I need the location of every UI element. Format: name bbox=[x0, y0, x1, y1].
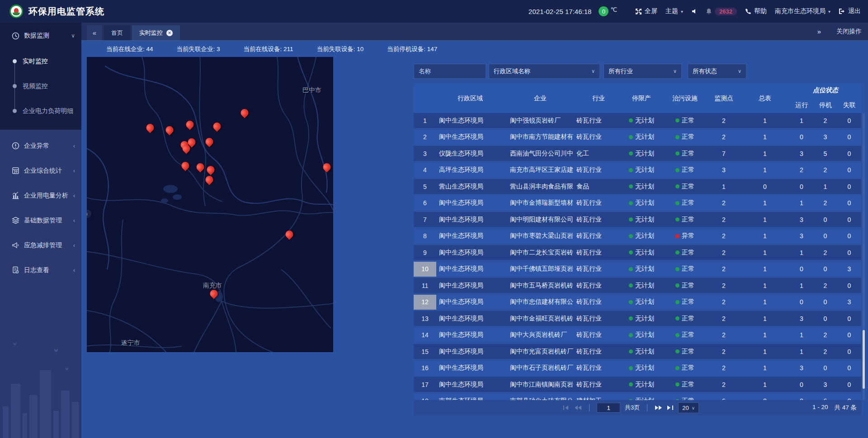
table-row[interactable]: 8 阆中生态环境局 阆中市枣碧大梁山页岩 砖瓦行业 无计划 异常 2 1 3 0… bbox=[414, 229, 861, 244]
map-pin[interactable] bbox=[241, 109, 249, 117]
industry-filter-select[interactable]: 所有行业 ∨ bbox=[604, 64, 682, 79]
map-pin[interactable] bbox=[323, 163, 331, 171]
tabs-scroll-left-button[interactable]: « bbox=[87, 25, 102, 40]
map-pin[interactable] bbox=[210, 290, 218, 297]
row-index: 7 bbox=[414, 212, 436, 227]
name-filter-input[interactable] bbox=[419, 68, 481, 75]
mute-button[interactable] bbox=[691, 8, 698, 14]
stop-limit-text: 无计划 bbox=[635, 381, 654, 389]
map-pin[interactable] bbox=[286, 231, 293, 238]
cell-facility: 正常 bbox=[662, 196, 708, 211]
cell-down: 2 bbox=[813, 196, 837, 211]
map-pin[interactable] bbox=[206, 138, 213, 146]
table-row[interactable]: 10 阆中生态环境局 阆中千佛镇五郎垭页岩 砖瓦行业 无计划 正常 2 1 0 … bbox=[414, 262, 861, 277]
map-pin[interactable] bbox=[183, 145, 190, 152]
row-index: 1 bbox=[414, 113, 436, 128]
sidebar-group-emergency-reduction[interactable]: 应急减排管理 ‹ bbox=[0, 233, 81, 258]
table-row[interactable]: 15 阆中生态环境局 阆中市光富页岩机砖厂 砖瓦行业 无计划 正常 2 1 1 … bbox=[414, 344, 861, 359]
sidebar-item-realtime-monitoring[interactable]: 实时监控 bbox=[23, 49, 81, 74]
table-row[interactable]: 3 仪陇生态环境局 西南油气田分公司川中 化工 无计划 正常 7 1 3 5 0 bbox=[414, 146, 861, 161]
cell-industry: 砖瓦行业 bbox=[576, 229, 621, 244]
map-pin[interactable] bbox=[182, 162, 189, 170]
map-pin[interactable] bbox=[166, 126, 174, 134]
notifications-button[interactable]: 2632 bbox=[706, 8, 737, 15]
status-dot bbox=[629, 135, 633, 139]
cell-run: 3 bbox=[790, 311, 813, 326]
sidebar-group-enterprise-abnormal[interactable]: 企业异常 ‹ bbox=[0, 133, 81, 158]
sidebar-item-video-monitoring[interactable]: 视频监控 bbox=[23, 74, 81, 99]
sidebar-group-label: 企业综合统计 bbox=[24, 167, 62, 175]
col-point-status-group: 点位状态 运行 停机 失联 bbox=[790, 84, 861, 113]
close-icon[interactable]: ✕ bbox=[166, 30, 173, 36]
row-index: 11 bbox=[414, 278, 436, 293]
sidebar-group-basic-data[interactable]: 基础数据管理 ‹ bbox=[0, 208, 81, 233]
table-row[interactable]: 2 阆中生态环境局 阆中市南方节能建材有 砖瓦行业 无计划 正常 2 1 0 3… bbox=[414, 130, 861, 145]
prev-page-button[interactable] bbox=[574, 405, 582, 410]
status-filter-select[interactable]: 所有状态 ∨ bbox=[688, 64, 746, 79]
table-header: 行政区域 企业 行业 停限产 治污设施 监测点 总表 点位状态 运行 停机 失联 bbox=[414, 84, 861, 113]
sidebar-group-enterprise-statistics[interactable]: 企业综合统计 ‹ bbox=[0, 158, 81, 183]
map-pin[interactable] bbox=[206, 176, 213, 184]
map-canvas[interactable]: ‹ 巴中市南充市遂宁市 bbox=[87, 57, 333, 352]
cell-lost: 0 bbox=[837, 344, 861, 359]
table-row[interactable]: 14 阆中生态环境局 阆中大兴页岩机砖厂 砖瓦行业 无计划 正常 2 1 1 2… bbox=[414, 328, 861, 343]
table-row[interactable]: 13 阆中生态环境局 阆中市金福旺页岩机砖 砖瓦行业 无计划 正常 2 1 3 … bbox=[414, 311, 861, 326]
table-row[interactable]: 18 南部生态环境局 南部县砂化土砖有限公 建材加工 无计划 正常 6 0 0 … bbox=[414, 394, 861, 400]
cell-lost: 0 bbox=[837, 229, 861, 244]
cell-industry: 砖瓦行业 bbox=[576, 113, 621, 128]
cell-total-meter: 1 bbox=[740, 229, 790, 244]
cell-enterprise: 阆中市光富页岩机砖厂 bbox=[504, 344, 576, 359]
page-size-select[interactable]: 20 ∨ bbox=[678, 402, 699, 413]
table-row[interactable]: 7 阆中生态环境局 阆中明阳建材有限公司 砖瓦行业 无计划 正常 2 1 3 0… bbox=[414, 212, 861, 227]
cell-industry: 食品 bbox=[576, 179, 621, 194]
status-dot bbox=[629, 283, 633, 287]
org-dropdown[interactable]: 南充市生态环境局 ▾ bbox=[775, 7, 830, 15]
map-pin[interactable] bbox=[213, 122, 221, 130]
table-scrollbar[interactable] bbox=[863, 113, 865, 400]
pagination-bar: 共3页 20 ∨ 1 - 20 共 47 条 bbox=[414, 400, 861, 415]
cell-facility: 正常 bbox=[662, 113, 708, 128]
first-page-button[interactable] bbox=[563, 405, 570, 410]
col-lost: 失联 bbox=[837, 97, 861, 113]
tabs-scroll-right-button[interactable]: » bbox=[817, 28, 821, 35]
table-row[interactable]: 6 阆中生态环境局 阆中市金博瑞新型墙材 砖瓦行业 无计划 正常 2 1 1 2… bbox=[414, 196, 861, 211]
theme-dropdown[interactable]: 主题 ▾ bbox=[665, 7, 683, 15]
last-page-button[interactable] bbox=[667, 405, 674, 410]
chevron-left-icon: ‹ bbox=[73, 217, 75, 224]
table-row[interactable]: 11 阆中生态环境局 阆中市五马桥页岩机砖 砖瓦行业 无计划 正常 2 1 1 … bbox=[414, 278, 861, 293]
sidebar-group-label: 数据监测 bbox=[24, 32, 49, 40]
map-pin[interactable] bbox=[207, 166, 215, 174]
cell-down: 0 bbox=[813, 361, 837, 376]
sidebar-group-power-analysis[interactable]: 企业用电量分析 ‹ bbox=[0, 183, 81, 208]
table-row[interactable]: 17 阆中生态环境局 阆中市江南镇阆南页岩 砖瓦行业 无计划 正常 2 1 0 … bbox=[414, 377, 861, 392]
tab-realtime-monitoring[interactable]: 实时监控 ✕ bbox=[132, 25, 180, 40]
cell-run: 2 bbox=[790, 163, 813, 178]
cell-lost: 0 bbox=[837, 130, 861, 145]
col-stop-limit: 停限产 bbox=[621, 84, 662, 113]
help-button[interactable]: 帮助 bbox=[745, 7, 767, 15]
map-pin[interactable] bbox=[146, 124, 154, 132]
cell-facility: 正常 bbox=[662, 394, 708, 400]
total-pages-label: 共3页 bbox=[625, 404, 640, 412]
sidebar-group-log-view[interactable]: 日志查看 ‹ bbox=[0, 258, 81, 283]
cell-run: 1 bbox=[790, 245, 813, 260]
sidebar-group-header-data-monitoring[interactable]: 数据监测 ∨ bbox=[0, 23, 81, 49]
sidebar-submenu: 实时监控 视频监控 企业电力负荷明细 bbox=[0, 49, 81, 123]
page-number-input[interactable] bbox=[597, 403, 620, 413]
table-row[interactable]: 9 阆中生态环境局 阆中市二龙长宝页岩砖 砖瓦行业 无计划 正常 2 1 1 2… bbox=[414, 245, 861, 260]
map-pin[interactable] bbox=[197, 163, 204, 171]
table-row[interactable]: 5 营山生态环境局 营山县润丰肉食品有限 食品 无计划 正常 1 0 0 1 0 bbox=[414, 179, 861, 194]
fullscreen-button[interactable]: 全屏 bbox=[635, 7, 657, 15]
table-row[interactable]: 4 高坪生态环境局 南充市高坪区王家店建 砖瓦行业 无计划 正常 3 1 2 2… bbox=[414, 163, 861, 178]
table-row[interactable]: 12 阆中生态环境局 阆中市忠信建材有限公 砖瓦行业 无计划 正常 2 1 0 … bbox=[414, 295, 861, 310]
region-filter-select[interactable]: 行政区域名称 ∨ bbox=[489, 64, 600, 79]
cell-region: 阆中生态环境局 bbox=[436, 245, 504, 260]
close-operations-button[interactable]: 关闭操作 bbox=[836, 28, 862, 36]
sidebar-item-power-load-detail[interactable]: 企业电力负荷明细 bbox=[23, 99, 81, 123]
table-row[interactable]: 1 阆中生态环境局 阆中强锐页岩砖厂 砖瓦行业 无计划 正常 2 1 1 2 0 bbox=[414, 113, 861, 128]
logout-button[interactable]: 退出 bbox=[839, 7, 861, 15]
map-pin[interactable] bbox=[186, 121, 194, 128]
tab-home[interactable]: 首页 bbox=[104, 25, 130, 40]
next-page-button[interactable] bbox=[655, 405, 662, 410]
table-row[interactable]: 16 阆中生态环境局 阆中市石子页岩机砖厂 砖瓦行业 无计划 正常 2 1 3 … bbox=[414, 361, 861, 376]
